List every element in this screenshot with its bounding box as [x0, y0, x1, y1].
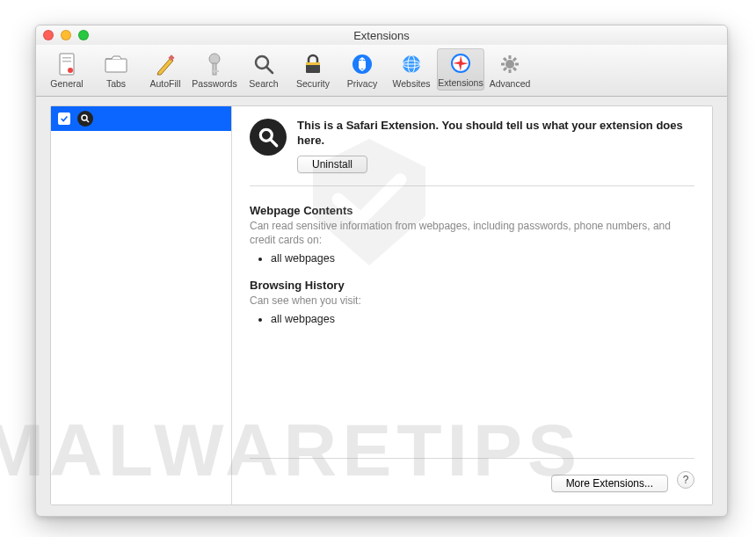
svg-rect-9 — [213, 70, 219, 72]
tab-label: Search — [249, 78, 278, 89]
help-button[interactable]: ? — [677, 471, 694, 489]
autofill-icon — [153, 52, 178, 76]
tab-label: Passwords — [192, 78, 236, 89]
websites-icon — [399, 52, 424, 76]
window-title: Extensions — [36, 29, 727, 42]
perm-item: all webpages — [271, 313, 694, 325]
more-extensions-button[interactable]: More Extensions... — [551, 475, 668, 492]
tab-passwords[interactable]: Passwords — [191, 48, 238, 91]
extension-enable-checkbox[interactable] — [58, 112, 70, 125]
content-area: This is a Safari Extension. You should t… — [50, 105, 713, 505]
svg-line-33 — [86, 120, 89, 122]
titlebar: Extensions — [36, 25, 727, 45]
extension-large-icon — [250, 119, 287, 156]
extensions-sidebar — [51, 106, 232, 504]
permissions-section: Webpage Contents Can read sensitive info… — [250, 186, 694, 340]
perm-title-webpage: Webpage Contents — [250, 204, 694, 217]
tab-tabs[interactable]: Tabs — [92, 48, 140, 91]
extension-small-icon — [77, 111, 93, 127]
tab-label: AutoFill — [149, 78, 180, 89]
perm-sub-webpage: Can read sensitive information from webp… — [250, 219, 694, 247]
tab-label: General — [50, 78, 83, 89]
advanced-icon — [498, 52, 522, 76]
svg-line-11 — [266, 67, 273, 73]
preferences-window: Extensions General Tabs AutoFill Passwor… — [35, 25, 728, 517]
svg-rect-3 — [62, 61, 71, 62]
svg-point-23 — [505, 60, 514, 69]
svg-line-29 — [513, 68, 516, 70]
privacy-icon — [350, 52, 374, 76]
svg-line-30 — [504, 68, 506, 70]
perm-title-history: Browsing History — [250, 279, 694, 292]
tab-label: Extensions — [438, 77, 483, 88]
svg-line-35 — [270, 139, 277, 146]
tab-security[interactable]: Security — [289, 48, 337, 91]
svg-point-7 — [209, 54, 220, 64]
tab-advanced[interactable]: Advanced — [486, 48, 534, 91]
passwords-icon — [202, 52, 227, 76]
svg-rect-13 — [306, 62, 320, 65]
perm-sub-history: Can see when you visit: — [250, 294, 694, 308]
search-icon — [251, 52, 276, 76]
tabs-icon — [104, 52, 128, 76]
tab-label: Advanced — [490, 78, 531, 89]
svg-point-4 — [68, 68, 73, 73]
uninstall-button[interactable]: Uninstall — [297, 156, 367, 173]
tab-label: Tabs — [106, 78, 126, 89]
tab-label: Privacy — [347, 78, 377, 89]
svg-rect-8 — [213, 63, 216, 75]
tab-extensions[interactable]: Extensions — [437, 48, 484, 91]
extensions-icon — [448, 51, 473, 76]
tab-general[interactable]: General — [43, 48, 91, 91]
security-icon — [301, 52, 325, 76]
detail-header: This is a Safari Extension. You should t… — [250, 119, 694, 186]
tab-label: Security — [296, 78, 330, 89]
svg-line-28 — [504, 58, 506, 61]
extension-list-item[interactable] — [51, 106, 231, 131]
extension-detail-panel: This is a Safari Extension. You should t… — [232, 106, 712, 504]
svg-rect-2 — [62, 57, 71, 59]
svg-rect-15 — [359, 61, 366, 69]
tab-privacy[interactable]: Privacy — [338, 48, 386, 91]
perm-item: all webpages — [271, 252, 694, 265]
svg-rect-5 — [105, 59, 127, 72]
tab-search[interactable]: Search — [240, 48, 287, 91]
tab-autofill[interactable]: AutoFill — [142, 48, 189, 91]
preferences-toolbar: General Tabs AutoFill Passwords Search — [36, 45, 727, 97]
detail-footer: More Extensions... ? — [250, 458, 694, 492]
extension-description: This is a Safari Extension. You should t… — [297, 119, 694, 149]
tab-websites[interactable]: Websites — [388, 48, 435, 91]
general-icon — [55, 52, 79, 76]
svg-line-31 — [513, 58, 516, 61]
tab-label: Websites — [393, 78, 431, 89]
